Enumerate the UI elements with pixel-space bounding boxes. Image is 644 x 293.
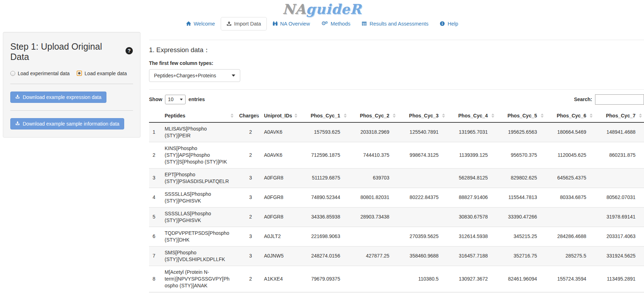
cell-value: 131965.7031 (447, 122, 496, 142)
header-phos-cyc-5[interactable]: Phos_Cyc_5 (496, 110, 546, 122)
cell-value: 110380.5 (398, 266, 447, 292)
tab-na-overview-label: NA Overview (280, 21, 310, 27)
row-index: 5 (149, 207, 161, 227)
table-body: 1 MLISAVS[Phospho (STY)]PEIR 2 A0AVK6 15… (149, 122, 644, 292)
cell-value: 956570.375 (496, 142, 546, 168)
cell-value: 155724.3594 (546, 266, 595, 292)
header-phos-cyc-3[interactable]: Phos_Cyc_3 (398, 110, 447, 122)
header-phos-cyc-4[interactable]: Phos_Cyc_4 (447, 110, 496, 122)
cell-value: 79679.09375 (299, 266, 349, 292)
sort-icon (344, 114, 347, 118)
sort-icon (255, 114, 258, 118)
cell-value: 352716.75 (496, 246, 546, 266)
tab-import-data[interactable]: Import Data (221, 17, 267, 31)
sort-icon (442, 114, 445, 118)
cell-value: 829802.625 (496, 168, 546, 188)
cell-value (349, 266, 398, 292)
section-title: 1. Expression data： (149, 45, 644, 54)
header-uniprot-ids[interactable]: Uniprot_IDs (260, 110, 299, 122)
cell-value: 82461.96094 (496, 266, 546, 292)
tab-results-assessments[interactable]: Results and Assessments (356, 17, 434, 31)
download-icon (15, 94, 20, 100)
row-index: 1 (149, 122, 161, 142)
expression-data-table: Peptides Charges Uniprot_IDs Phos_Cyc_1 … (149, 110, 644, 292)
cell-charge: 3 (236, 168, 260, 188)
download-expression-data-button[interactable]: Download example expression data (10, 92, 106, 103)
cell-value: 1139399.125 (447, 142, 496, 168)
tab-methods[interactable]: ⚙⚙ Methods (315, 17, 356, 31)
header-phos-cyc-6[interactable]: Phos_Cyc_6 (546, 110, 595, 122)
header-charges[interactable]: Charges (236, 110, 260, 122)
cell-value: 88827.91406 (447, 188, 496, 207)
tab-na-overview[interactable]: NA Overview (267, 17, 316, 31)
cell-value: 248274.0156 (299, 246, 349, 266)
row-index: 2 (149, 142, 161, 168)
cell-value: 639703 (349, 168, 398, 188)
cell-charge: 2 (236, 207, 260, 227)
row-index: 7 (149, 246, 161, 266)
data-source-radio-group: Load experimental data Load example data (10, 71, 133, 76)
radio-load-experimental-data[interactable]: Load experimental data (10, 71, 70, 76)
cell-charge: 2 (236, 266, 260, 292)
header-phos-cyc-2[interactable]: Phos_Cyc_2 (349, 110, 398, 122)
cell-uniprot: A0FGR8 (260, 207, 299, 227)
sort-icon (393, 114, 396, 118)
cell-value: 345215.25 (496, 227, 546, 246)
cell-value: 744410.375 (349, 142, 398, 168)
header-peptides[interactable]: Peptides (161, 110, 236, 122)
entries-label: entries (188, 96, 205, 102)
cell-value: 860231.875 (595, 142, 644, 168)
radio-selected-icon (77, 71, 82, 76)
tab-methods-label: Methods (331, 21, 351, 27)
cell-charge: 3 (236, 227, 260, 246)
cell-value: 80562.07031 (595, 188, 644, 207)
table-search-control: Search: (574, 94, 644, 105)
column-types-label: The first few column types: (149, 60, 644, 66)
header-row-number (149, 110, 161, 122)
radio-load-example-data[interactable]: Load example data (77, 71, 127, 76)
download-sample-info-button[interactable]: Download example sample information data (10, 118, 124, 129)
column-types-select[interactable]: Peptides+Charges+Proteins (149, 69, 240, 82)
sidebar-panel: Step 1: Upload Original Data ? Load expe… (3, 32, 141, 138)
question-circle-icon[interactable]: ? (125, 46, 133, 57)
download-expression-label: Download example expression data (23, 94, 101, 100)
cell-value: 203318.2969 (349, 122, 398, 142)
sidebar-title: Step 1: Upload Original Data ? (10, 42, 133, 62)
table-row: 7 SMS[Phospho (STY)]VDLSHIPLKDPLLFK 3 A0… (149, 246, 644, 266)
cell-value: 358460.9688 (398, 246, 447, 266)
tab-help[interactable]: Help (434, 17, 464, 31)
page-length-select[interactable]: 10 (165, 95, 186, 104)
cell-value (398, 168, 447, 188)
row-index: 4 (149, 188, 161, 207)
cell-value: 1120045.625 (546, 142, 595, 168)
cell-value: 203317.4063 (595, 227, 644, 246)
cell-value: 115544.7813 (496, 188, 546, 207)
header-phos-cyc-1[interactable]: Phos_Cyc_1 (299, 110, 349, 122)
cell-value: 113495.2891 (595, 266, 644, 292)
cell-peptide: MLISAVS[Phospho (STY)]PEIR (161, 122, 236, 142)
cell-uniprot: A0JLT2 (260, 227, 299, 246)
chevron-down-icon (180, 99, 183, 100)
cell-value: 148941.4688 (595, 122, 644, 142)
cell-value: 285275.5 (546, 246, 595, 266)
cell-charge: 2 (236, 122, 260, 142)
table-controls: Show 10 entries Search: (149, 94, 644, 105)
sidebar-divider-2 (10, 110, 133, 111)
tab-welcome[interactable]: Welcome (180, 17, 221, 31)
table-row: 1 MLISAVS[Phospho (STY)]PEIR 2 A0AVK6 15… (149, 122, 644, 142)
cell-value: 427877.25 (349, 246, 398, 266)
cell-value: 998674.3125 (398, 142, 447, 168)
cell-value: 712596.1875 (299, 142, 349, 168)
search-input[interactable] (595, 94, 644, 105)
cell-value: 180664.5469 (546, 122, 595, 142)
gears-icon: ⚙⚙ (321, 21, 328, 26)
search-label: Search: (574, 96, 592, 102)
upload-icon (226, 21, 232, 26)
tab-welcome-label: Welcome (194, 21, 215, 27)
page-length-control: Show 10 entries (149, 95, 205, 104)
main-panel: 1. Expression data： The first few column… (149, 32, 644, 293)
header-phos-cyc-7[interactable]: Phos_Cyc_7 (595, 110, 644, 122)
info-circle-icon (440, 21, 445, 26)
cell-value: 34336.85938 (299, 207, 349, 227)
sort-icon (295, 114, 297, 118)
